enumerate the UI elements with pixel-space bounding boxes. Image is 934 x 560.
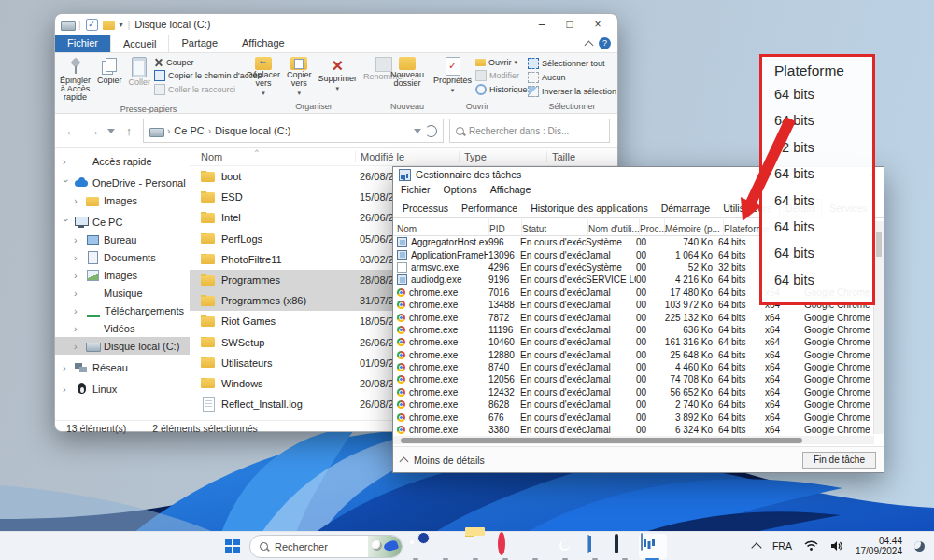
process-row-chrome-exe-10460[interactable]: chrome.exe10460En cours d'exéc...Jamal00… bbox=[393, 336, 884, 348]
chrome-taskbar-icon[interactable] bbox=[405, 536, 426, 556]
chevron-right-icon[interactable]: › bbox=[63, 157, 70, 166]
col-nom[interactable]: Nom bbox=[393, 217, 489, 236]
column-header-type[interactable]: Type bbox=[459, 151, 546, 162]
properties-button[interactable]: ✓ Propriétés bbox=[431, 55, 474, 96]
firefox-taskbar-icon[interactable] bbox=[525, 536, 545, 556]
sidebar-item-ce-pc[interactable]: ›Ce PC bbox=[55, 213, 190, 231]
sidebar-item-musique[interactable]: ›Musique bbox=[55, 284, 190, 301]
chevron-right-icon[interactable]: › bbox=[74, 288, 81, 298]
taskmanager-taskbar-icon[interactable] bbox=[639, 534, 667, 559]
address-dropdown-icon[interactable] bbox=[414, 129, 421, 133]
process-row-chrome-exe-7872[interactable]: chrome.exe7872En cours d'exéc...Jamal002… bbox=[393, 311, 884, 323]
sidebar-item-images[interactable]: ›Images bbox=[55, 191, 190, 209]
select-none-button[interactable]: Aucun bbox=[528, 72, 616, 83]
sidebar-item-onedrive-personal[interactable]: ›OneDrive - Personal bbox=[55, 174, 190, 191]
collapse-ribbon-icon[interactable] bbox=[585, 40, 594, 49]
less-details-button[interactable]: Moins de détails bbox=[401, 455, 485, 466]
explorer-taskbar-icon[interactable] bbox=[465, 536, 486, 556]
menu-fichier[interactable]: Fichier bbox=[401, 184, 431, 195]
up-icon[interactable]: ↑ bbox=[120, 124, 137, 138]
refresh-icon[interactable] bbox=[425, 125, 437, 137]
opera-taskbar-icon[interactable] bbox=[495, 536, 516, 556]
chevron-right-icon[interactable]: › bbox=[74, 306, 81, 315]
chevron-down-icon[interactable]: › bbox=[62, 179, 71, 187]
sidebar-item-linux[interactable]: ›Linux bbox=[55, 380, 190, 398]
forward-icon[interactable]: → bbox=[85, 124, 102, 138]
open-button[interactable]: Ouvrir bbox=[475, 58, 528, 67]
maximize-button[interactable]: □ bbox=[556, 14, 584, 35]
wifi-icon[interactable] bbox=[804, 540, 818, 552]
tab-demarrage[interactable]: Démarrage bbox=[656, 200, 716, 217]
tab-accueil[interactable]: Accueil bbox=[110, 35, 169, 52]
chevron-right-icon[interactable]: › bbox=[74, 324, 81, 333]
chevron-right-icon[interactable]: › bbox=[74, 235, 81, 245]
delete-button[interactable]: × Supprimer bbox=[316, 55, 361, 94]
sidebar-item-images[interactable]: ›Images bbox=[55, 266, 190, 284]
column-header-size[interactable]: Taille bbox=[546, 151, 617, 162]
recent-locations-icon[interactable] bbox=[107, 129, 115, 133]
breadcrumb-disque-local[interactable]: Disque local (C:) bbox=[215, 125, 290, 136]
sidebar-item-vid-os[interactable]: ›Vidéos bbox=[55, 319, 190, 337]
tab-historique[interactable]: Historique des applications bbox=[525, 200, 654, 217]
chevron-right-icon[interactable]: › bbox=[63, 363, 70, 372]
sidebar-item-bureau[interactable]: ›Bureau bbox=[55, 231, 190, 248]
process-row-chrome-exe-12880[interactable]: chrome.exe12880En cours d'exéc...Jamal00… bbox=[393, 349, 884, 361]
process-row-chrome-exe-3380[interactable]: chrome.exe3380En cours d'exéc...Jamal006… bbox=[393, 424, 884, 436]
notepad-taskbar-icon[interactable] bbox=[585, 536, 605, 556]
invert-selection-button[interactable]: Inverser la sélection bbox=[528, 86, 616, 97]
col-memoire[interactable]: Mémoire (p... bbox=[665, 217, 724, 236]
tab-affichage[interactable]: Affichage bbox=[230, 35, 297, 52]
process-row-chrome-exe-12056[interactable]: chrome.exe12056En cours d'exéc...Jamal00… bbox=[393, 373, 884, 385]
paste-button[interactable]: Coller bbox=[126, 55, 154, 89]
clock[interactable]: 04:44 17/09/2024 bbox=[856, 536, 902, 556]
process-row-chrome-exe-8740[interactable]: chrome.exe8740En cours d'exéc...Jamal004… bbox=[393, 361, 884, 373]
sidebar-item-acc-s-rapide[interactable]: ›Accès rapide bbox=[55, 152, 190, 170]
chevron-right-icon[interactable]: › bbox=[74, 196, 81, 205]
photos-taskbar-icon[interactable] bbox=[615, 536, 635, 556]
breadcrumb-ce-pc[interactable]: Ce PC bbox=[174, 125, 204, 136]
copy-to-button[interactable]: Copier vers bbox=[284, 55, 315, 99]
edit-button[interactable]: Modifier bbox=[475, 70, 528, 81]
sidebar-item-disque-local-c[interactable]: ›Disque local (C:) bbox=[55, 337, 190, 355]
process-row-chrome-exe-8628[interactable]: chrome.exe8628En cours d'exéc...Jamal002… bbox=[393, 399, 884, 411]
menu-affichage[interactable]: Affichage bbox=[490, 184, 531, 195]
select-all-button[interactable]: Sélectionner tout bbox=[528, 58, 616, 69]
process-row-chrome-exe-12432[interactable]: chrome.exe12432En cours d'exéc...Jamal00… bbox=[393, 386, 884, 399]
chevron-down-icon[interactable]: › bbox=[62, 218, 71, 226]
language-indicator[interactable]: FRA bbox=[772, 540, 792, 552]
move-to-button[interactable]: Déplacer vers bbox=[244, 55, 283, 99]
minimize-button[interactable]: – bbox=[528, 14, 556, 35]
process-row-chrome-exe-676[interactable]: chrome.exe676En cours d'exéc...Jamal003 … bbox=[393, 411, 884, 423]
address-bar[interactable]: › Ce PC › Disque local (C:) bbox=[143, 119, 444, 143]
column-header-name[interactable]: Nom bbox=[190, 151, 355, 162]
close-button[interactable]: × bbox=[584, 14, 612, 35]
end-task-button[interactable]: Fin de tâche bbox=[802, 452, 876, 469]
sidebar-item-t-l-chargements[interactable]: ›Téléchargements bbox=[55, 301, 190, 319]
quick-access-folder-icon[interactable] bbox=[103, 21, 115, 30]
sidebar-item-r-seau[interactable]: ›Réseau bbox=[55, 358, 190, 376]
back-icon[interactable]: ← bbox=[63, 124, 79, 138]
tray-chevron-icon[interactable] bbox=[751, 542, 761, 553]
tab-fichier[interactable]: Fichier bbox=[55, 35, 110, 52]
volume-icon[interactable] bbox=[830, 540, 843, 552]
night-mode-icon[interactable] bbox=[914, 541, 925, 552]
col-pid[interactable]: PID bbox=[489, 217, 522, 236]
pin-to-quick-access-button[interactable]: Épingler à Accès rapide bbox=[57, 55, 93, 104]
whatsapp-taskbar-icon[interactable] bbox=[555, 536, 575, 556]
column-header-modified[interactable]: Modifié le bbox=[355, 151, 459, 162]
col-statut[interactable]: Statut bbox=[522, 217, 588, 236]
tab-partage[interactable]: Partage bbox=[169, 35, 230, 52]
process-row-chrome-exe-11196[interactable]: chrome.exe11196En cours d'exéc...Jamal00… bbox=[393, 324, 884, 336]
quick-access-properties-icon[interactable]: ✓ bbox=[86, 19, 98, 31]
start-button-icon[interactable] bbox=[225, 539, 232, 545]
copy-button[interactable]: Copier bbox=[94, 55, 125, 87]
new-folder-button[interactable]: Nouveau dossier bbox=[388, 55, 427, 90]
col-processeur[interactable]: Proc... bbox=[640, 217, 665, 236]
help-icon[interactable]: ? bbox=[599, 37, 611, 49]
chevron-right-icon[interactable]: › bbox=[74, 253, 81, 262]
history-button[interactable]: Historique bbox=[475, 84, 528, 95]
chevron-right-icon[interactable]: › bbox=[74, 271, 81, 280]
tab-processus[interactable]: Processus bbox=[397, 200, 454, 217]
col-utilisateur[interactable]: Nom d'utili... bbox=[588, 217, 640, 236]
chevron-right-icon[interactable]: › bbox=[63, 385, 70, 394]
